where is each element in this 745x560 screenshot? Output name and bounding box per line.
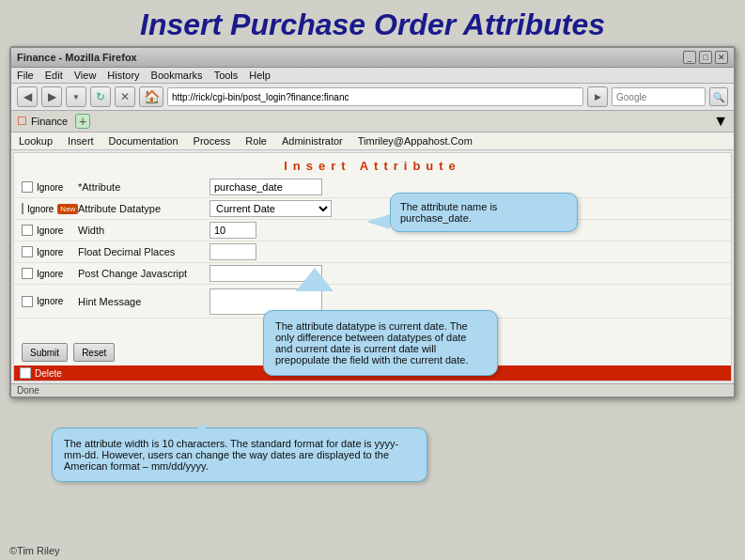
url-go-button[interactable]: ▶	[587, 86, 608, 107]
nav-administrator[interactable]: Administrator	[282, 134, 343, 148]
nav-insert[interactable]: Insert	[68, 134, 94, 148]
form-title: Insert Attribute	[14, 153, 731, 177]
copyright: ©Tim Riley	[9, 545, 60, 556]
stop-button[interactable]: ✕	[115, 86, 135, 107]
maximize-button[interactable]: □	[699, 51, 712, 64]
width-input[interactable]	[210, 222, 256, 239]
ignore-label-4: Ignore	[37, 247, 63, 257]
menu-history[interactable]: History	[107, 70, 139, 81]
url-bar[interactable]	[167, 87, 583, 106]
menu-file[interactable]: File	[17, 70, 34, 81]
callout-arrow-1	[366, 214, 390, 229]
callout-text-3: The attribute width is 10 characters. Th…	[64, 438, 398, 472]
nav-role[interactable]: Role	[245, 134, 267, 148]
new-tab-button[interactable]: +	[75, 114, 90, 129]
ignore-checkbox-4[interactable]	[22, 246, 33, 257]
reset-button[interactable]: Reset	[73, 343, 115, 362]
ignore-checkbox-1[interactable]	[22, 181, 33, 193]
browser-controls: _ □ ✕	[683, 51, 728, 64]
menu-view[interactable]: View	[74, 70, 97, 81]
ignore-cell-6: Ignore	[22, 296, 78, 307]
ignore-label-6: Ignore	[37, 296, 63, 306]
minimize-button[interactable]: _	[683, 51, 696, 64]
app-nav: Lookup Insert Documentation Process Role…	[11, 132, 734, 150]
nav-documentation[interactable]: Documentation	[109, 134, 178, 148]
nav-user-email[interactable]: Timriley@Appahost.Com	[358, 134, 473, 148]
ignore-checkbox-5[interactable]	[22, 268, 33, 279]
submit-button[interactable]: Submit	[22, 343, 68, 362]
ignore-cell-5: Ignore	[22, 268, 78, 279]
new-badge: New	[57, 204, 78, 214]
postchange-input-cell	[210, 265, 723, 282]
datatype-select[interactable]: Current Date Date Text Number	[210, 200, 332, 217]
menu-tools[interactable]: Tools	[214, 70, 239, 81]
refresh-button[interactable]: ↻	[90, 86, 111, 107]
search-input[interactable]	[612, 87, 706, 106]
callout-bubble-2: The attribute datatype is current date. …	[263, 310, 498, 376]
attribute-label: *Attribute	[78, 181, 210, 193]
width-label: Width	[78, 225, 210, 236]
page-title: Insert Purchase Order Attributes	[0, 0, 745, 46]
ignore-cell-3: Ignore	[22, 225, 78, 236]
ignore-label-1: Ignore	[37, 182, 63, 193]
finance-tab-icon: ☐	[17, 115, 27, 128]
ignore-cell-4: Ignore	[22, 246, 78, 257]
ignore-checkbox-6[interactable]	[22, 296, 33, 307]
datatype-label: Attribute Datatype	[78, 203, 210, 214]
attribute-input[interactable]	[210, 179, 322, 195]
callout-text-2: The attribute datatype is current date. …	[275, 320, 468, 366]
browser-title-text: Finance - Mozilla Firefox	[17, 52, 137, 63]
ignore-label-3: Ignore	[37, 226, 63, 236]
browser-toolbar: ◀ ▶ ▼ ↻ ✕ 🏠 ▶ 🔍	[11, 84, 734, 111]
tab-dropdown[interactable]: ▼	[713, 113, 728, 130]
browser-menubar: File Edit View History Bookmarks Tools H…	[11, 68, 734, 84]
back-button[interactable]: ◀	[17, 86, 38, 107]
float-input-cell	[210, 243, 723, 260]
callout-text-1: The attribute name is purchase_date.	[400, 201, 497, 224]
ignore-label-2: Ignore	[27, 204, 54, 214]
nav-lookup[interactable]: Lookup	[19, 134, 53, 148]
browser-statusbar: Done	[11, 383, 734, 397]
home-button[interactable]: 🏠	[139, 86, 163, 107]
app-tabbar: ☐ Finance + ▼	[11, 111, 734, 132]
form-row-float: Ignore Float Decimal Places	[14, 241, 731, 263]
ignore-checkbox-3[interactable]	[22, 225, 33, 236]
hint-label: Hint Message	[78, 296, 210, 307]
form-row-postchange: Ignore Post Change Javascript	[14, 263, 731, 285]
ignore-checkbox-2[interactable]	[22, 203, 23, 214]
close-button[interactable]: ✕	[715, 51, 728, 64]
nav-dropdown[interactable]: ▼	[66, 86, 86, 107]
form-row-attribute: Ignore *Attribute	[14, 177, 731, 198]
postchange-label: Post Change Javascript	[78, 268, 210, 279]
callout-bubble-3: The attribute width is 10 characters. Th…	[52, 428, 427, 482]
callout-arrow-2	[296, 268, 334, 291]
finance-tab-label: Finance	[31, 116, 68, 127]
ignore-cell-1: Ignore	[22, 181, 78, 193]
ignore-label-5: Ignore	[37, 269, 63, 279]
finance-tab[interactable]: ☐ Finance	[17, 115, 68, 128]
search-go-button[interactable]: 🔍	[709, 87, 728, 106]
browser-titlebar: Finance - Mozilla Firefox _ □ ✕	[11, 48, 734, 68]
menu-edit[interactable]: Edit	[45, 70, 63, 81]
float-input[interactable]	[210, 243, 256, 260]
callout-arrow-3	[188, 423, 216, 442]
delete-label: Delete	[35, 368, 62, 379]
ignore-cell-2: Ignore New	[22, 203, 78, 214]
forward-button[interactable]: ▶	[41, 86, 62, 107]
callout-bubble-1: The attribute name is purchase_date.	[390, 193, 578, 232]
menu-help[interactable]: Help	[249, 70, 271, 81]
float-label: Float Decimal Places	[78, 246, 210, 257]
delete-checkbox[interactable]	[20, 367, 31, 379]
menu-bookmarks[interactable]: Bookmarks	[151, 70, 203, 81]
status-text: Done	[17, 385, 39, 396]
nav-process[interactable]: Process	[194, 134, 231, 148]
